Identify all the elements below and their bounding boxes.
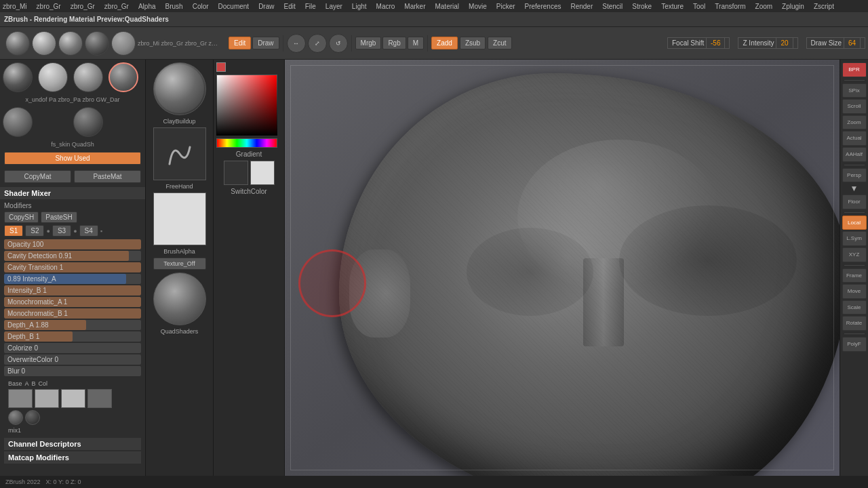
scale-icon-btn[interactable]: ⤢: [308, 34, 327, 53]
zoom-button[interactable]: Zoom: [842, 115, 867, 130]
actual-button[interactable]: Actual: [842, 131, 867, 146]
xyz-button[interactable]: XYZ: [842, 247, 867, 262]
mat-thumb-6[interactable]: [73, 107, 103, 137]
menu-edit[interactable]: Edit: [283, 3, 295, 10]
edit-button[interactable]: Edit: [229, 37, 251, 49]
aahalf-button[interactable]: AAHalf: [842, 147, 867, 162]
colorize-slider[interactable]: Colorize 0: [4, 343, 141, 353]
s3-button[interactable]: S3: [52, 225, 71, 237]
free-hand-thumb[interactable]: [153, 127, 206, 180]
s1-button[interactable]: S1: [4, 225, 23, 237]
viewport[interactable]: [285, 60, 840, 476]
mat-thumb-3[interactable]: [73, 62, 103, 92]
a-swatch[interactable]: [35, 389, 59, 408]
blur-slider[interactable]: Blur 0: [4, 366, 141, 376]
menu-layer[interactable]: Layer: [326, 3, 342, 10]
depth-b-slider[interactable]: Depth_B 1: [4, 331, 141, 342]
depth-a-slider[interactable]: Depth_A 1.88: [4, 320, 141, 330]
intensity-a-slider[interactable]: 0.89 Intensity_A: [4, 274, 141, 284]
col-swatch[interactable]: [87, 389, 112, 408]
color-indicator[interactable]: [216, 62, 226, 72]
menu-transform[interactable]: Transform: [715, 3, 745, 10]
lsym-button[interactable]: L.Sym: [842, 231, 867, 246]
b-swatch[interactable]: [61, 389, 85, 408]
frame-button[interactable]: Frame: [842, 268, 867, 283]
brush-thumb-4[interactable]: [85, 31, 109, 56]
mat-thumb-1[interactable]: [3, 62, 33, 92]
mono-a-slider[interactable]: Monochromatic_A 1: [4, 297, 141, 307]
paste-mat-button[interactable]: PasteMat: [74, 170, 141, 183]
zcut-button[interactable]: Zcut: [488, 37, 511, 49]
polyf-button[interactable]: PolyF: [842, 337, 867, 352]
quad-shaders-thumb[interactable]: [153, 272, 206, 325]
paste-sh-button[interactable]: PasteSH: [41, 211, 77, 223]
brush-thumb-3[interactable]: [58, 31, 83, 56]
menu-zplugin[interactable]: Zplugin: [782, 3, 804, 10]
menu-material[interactable]: Material: [435, 3, 459, 10]
draw-button[interactable]: Draw: [252, 37, 279, 49]
base-swatch[interactable]: [8, 389, 33, 408]
mrgb-button[interactable]: Mrgb: [355, 37, 382, 49]
persp-button[interactable]: Persp: [842, 168, 867, 183]
color-picker[interactable]: [216, 75, 277, 136]
menu-tool[interactable]: Tool: [693, 3, 705, 10]
mat-thumb-4[interactable]: [108, 62, 138, 92]
local-button[interactable]: Local: [842, 216, 867, 230]
menu-file[interactable]: File: [305, 3, 316, 10]
rotate-icon-btn[interactable]: ↺: [329, 34, 348, 53]
mat-thumb-2[interactable]: [38, 62, 68, 92]
cavity-transition-slider[interactable]: Cavity Transition 1: [4, 262, 141, 272]
copy-mat-button[interactable]: CopyMat: [4, 170, 71, 183]
move-btn[interactable]: Move: [842, 284, 867, 299]
light-color-swatch[interactable]: [250, 161, 275, 185]
scroll-button[interactable]: Scroll: [842, 99, 867, 114]
spix-button[interactable]: SPix: [842, 83, 867, 98]
brush-thumb-1[interactable]: [5, 31, 30, 56]
menu-preferences[interactable]: Preferences: [525, 3, 561, 10]
copy-sh-button[interactable]: CopySH: [4, 211, 39, 223]
floor-button[interactable]: Floor: [842, 195, 867, 209]
opacity-slider[interactable]: Opacity 100: [4, 239, 141, 249]
zsub-button[interactable]: Zsub: [460, 37, 486, 49]
m-button[interactable]: M: [408, 37, 424, 49]
menu-zbro-mi[interactable]: zbro_Mi: [3, 3, 27, 10]
menu-texture[interactable]: Texture: [661, 3, 684, 10]
brush-thumb-2[interactable]: [32, 31, 56, 56]
s4-button[interactable]: S4: [79, 225, 98, 237]
menu-zbro-gr1[interactable]: zbro_Gr: [37, 3, 61, 10]
rgb-button[interactable]: Rgb: [382, 37, 406, 49]
menu-movie[interactable]: Movie: [469, 3, 487, 10]
move-icon-btn[interactable]: ↔: [287, 34, 306, 53]
menu-brush[interactable]: Brush: [165, 3, 183, 10]
down-arrow-icon[interactable]: ▼: [842, 184, 867, 193]
menu-light[interactable]: Light: [352, 3, 367, 10]
menu-zscript[interactable]: Zscript: [814, 3, 834, 10]
brush-thumb-5[interactable]: [111, 31, 136, 56]
menu-zbro-gr2[interactable]: zbro_Gr: [71, 3, 95, 10]
hue-slider[interactable]: [216, 138, 277, 148]
overwrite-color-slider[interactable]: OverwriteColor 0: [4, 354, 141, 365]
mono-b-slider[interactable]: Monochromatic_B 1: [4, 308, 141, 319]
menu-draw[interactable]: Draw: [258, 3, 274, 10]
brush-alpha-thumb[interactable]: [153, 192, 206, 245]
mix-thumb-1[interactable]: [8, 410, 23, 425]
s2-button[interactable]: S2: [25, 225, 44, 237]
bpr-button[interactable]: BPR: [842, 62, 867, 77]
menu-picker[interactable]: Picker: [496, 3, 515, 10]
menu-color[interactable]: Color: [193, 3, 209, 10]
show-used-button[interactable]: Show Used: [4, 152, 141, 165]
menu-zoom[interactable]: Zoom: [755, 3, 773, 10]
menu-marker[interactable]: Marker: [404, 3, 425, 10]
menu-macro[interactable]: Macro: [376, 3, 395, 10]
cavity-detection-slider[interactable]: Cavity Detection 0.91: [4, 251, 141, 261]
rotate-btn[interactable]: Rotate: [842, 316, 867, 331]
clay-buildup-thumb[interactable]: [153, 62, 206, 115]
mat-thumb-5[interactable]: [3, 107, 33, 137]
intensity-b-slider[interactable]: Intensity_B 1: [4, 285, 141, 296]
menu-stencil[interactable]: Stencil: [602, 3, 623, 10]
zadd-button[interactable]: Zadd: [431, 37, 458, 49]
menu-render[interactable]: Render: [570, 3, 593, 10]
scale-btn[interactable]: Scale: [842, 300, 867, 315]
mix-thumb-2[interactable]: [25, 410, 40, 425]
dark-color-swatch[interactable]: [224, 161, 248, 185]
